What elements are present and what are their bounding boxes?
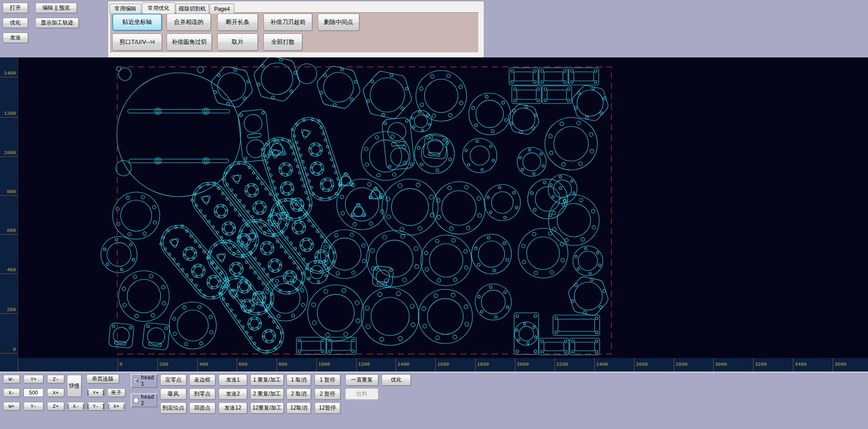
clamp-y-minus-button[interactable]: [ Y- ]: [87, 402, 104, 410]
to-position-button[interactable]: 到定位点: [160, 402, 186, 414]
cancel-1-button[interactable]: 1 取消: [286, 374, 311, 386]
ruler-tick: [435, 358, 436, 372]
walk-frame-button[interactable]: 走边框: [189, 374, 215, 386]
repeat-2-button[interactable]: 2 重复/加工: [250, 388, 284, 400]
ruler-tick: [0, 117, 18, 118]
ruler-tick: [0, 234, 18, 235]
clamp-button[interactable]: 夹子: [107, 388, 125, 397]
ruler-tick: [833, 358, 833, 372]
set-zero-button[interactable]: 定零点: [160, 374, 186, 386]
ruler-label-x-2800: 2800: [676, 362, 687, 367]
suction-button[interactable]: 吸风: [160, 388, 186, 400]
ruler-tick: [157, 358, 158, 372]
to-zero-button[interactable]: 到零点: [189, 388, 215, 400]
repeat-1-button[interactable]: 1 重复/加工: [250, 374, 284, 386]
compensate-fillet-overcut-button[interactable]: 补偿圆角过切: [167, 33, 212, 51]
send-12-button[interactable]: 发送12: [219, 402, 247, 414]
ruler-tick: [515, 358, 515, 372]
send-1-button[interactable]: 发送1: [219, 374, 247, 386]
ruler-tick: [0, 77, 18, 77]
cancel-2-button[interactable]: 2 取消: [286, 388, 311, 400]
head-2-radio-circle[interactable]: [134, 397, 138, 403]
home-button[interactable]: 回原点: [189, 402, 215, 414]
ruler-tick: [356, 358, 357, 372]
single-page-nesting-button[interactable]: 单页连版: [86, 374, 119, 383]
ruler-tick: [554, 358, 555, 372]
take-piece-button[interactable]: 取片: [217, 33, 258, 51]
ruler-label-y-1000: 1000: [4, 150, 16, 156]
optimize-bottom-button[interactable]: 优化: [382, 374, 411, 386]
y-plus-jog-button[interactable]: Y+: [24, 375, 43, 383]
ruler-tick: [0, 353, 18, 354]
machine-control-panel: [0, 372, 868, 429]
ruler-label-x-1400: 1400: [397, 362, 409, 367]
x-plus-jog-button[interactable]: X+: [47, 388, 64, 397]
ruler-label-y-600: 600: [7, 228, 16, 233]
explode-all-button[interactable]: 全部打散: [263, 33, 302, 51]
compensate-blade-lead-button[interactable]: 补偿刀刃超前: [263, 14, 312, 31]
app-window: 打开编辑 || 预览优化显示加工轨迹发送常用编辑常用优化模版切割机Page4贴近…: [0, 0, 868, 429]
w-minus-jog-button[interactable]: W-: [3, 375, 20, 383]
pause-12-button[interactable]: 12暂停: [315, 402, 340, 414]
jog-distance-input[interactable]: [24, 388, 43, 397]
ruler-tick: [316, 358, 317, 372]
ruler-label-x-600: 600: [238, 362, 248, 367]
speed-toggle-button[interactable]: 快慢: [67, 375, 81, 397]
open-button[interactable]: 打开: [3, 3, 28, 13]
ruler-label-x-2600: 2600: [636, 362, 648, 367]
z-minus-jog-button[interactable]: Z-: [47, 375, 64, 383]
head-1-radio[interactable]: head 1: [131, 374, 157, 388]
ruler-label-y-400: 400: [7, 267, 16, 273]
ruler-tick: [793, 358, 793, 372]
ruler-label-x-3600: 3600: [835, 362, 846, 367]
ruler-label-x-3400: 3400: [795, 362, 806, 367]
ruler-tick: [674, 358, 674, 372]
z-plus-jog-button[interactable]: Z+: [47, 402, 64, 410]
ruler-label-y-1400: 1400: [4, 71, 16, 76]
w-plus-jog-button[interactable]: W+: [3, 402, 20, 410]
x-minus-jog-button[interactable]: X-: [3, 388, 20, 397]
head-2-radio[interactable]: head 2: [131, 393, 157, 407]
head-1-radio-label: head 1: [141, 375, 157, 387]
always-repeat-button[interactable]: 一直重复: [345, 374, 378, 386]
tab-page4[interactable]: Page4: [210, 4, 234, 14]
merge-connected-button[interactable]: 合并相连的: [167, 14, 211, 31]
send-button[interactable]: 发送: [3, 33, 28, 43]
clamp-x-plus-button[interactable]: [ X+ ]: [107, 402, 125, 410]
cancel-12-button[interactable]: 12取消: [286, 402, 311, 414]
snap-axis-button[interactable]: 贴近坐标轴: [112, 14, 162, 31]
ruler-tick: [0, 195, 18, 196]
tab-template-cutter[interactable]: 模版切割机: [176, 4, 209, 14]
repeat-12-button[interactable]: 12重复/加工: [250, 402, 284, 414]
delete-midpoints-button[interactable]: 删除中间点: [318, 14, 359, 31]
pull-material-button: 拉料: [345, 388, 378, 400]
ruler-tick: [753, 358, 754, 372]
tab-common-edit[interactable]: 常用编辑: [110, 4, 141, 14]
ruler-tick: [237, 358, 237, 372]
ruler-tick: [0, 273, 18, 274]
break-long-button[interactable]: 断开长条: [217, 14, 258, 31]
ruler-label-x-2000: 2000: [517, 362, 529, 367]
cut-tuv-to-i-button[interactable]: 剪口T/U/V-->I: [112, 33, 162, 51]
edit-preview-button[interactable]: 编辑 || 预览: [35, 3, 77, 13]
show-toolpath-button[interactable]: 显示加工轨迹: [35, 18, 79, 28]
head-1-radio-circle[interactable]: [134, 378, 138, 384]
vertical-ruler-strip: 1400120010008006004002000: [0, 57, 18, 358]
pause-2-button[interactable]: 2 暂停: [315, 388, 340, 400]
ruler-label-x-2200: 2200: [556, 362, 568, 367]
clamp-x-minus-button[interactable]: [ X- ]: [67, 402, 85, 410]
ruler-tick: [594, 358, 595, 372]
ruler-label-y-200: 200: [7, 307, 16, 312]
ruler-tick: [475, 358, 476, 372]
ruler-label-y-0: 0: [13, 347, 16, 352]
clamp-y-plus-button[interactable]: [ Y+ ]: [87, 388, 104, 397]
ruler-label-x-3000: 3000: [715, 362, 727, 367]
optimize-button[interactable]: 优化: [3, 18, 28, 28]
pause-1-button[interactable]: 1 暂停: [315, 374, 340, 386]
send-2-button[interactable]: 发送2: [219, 388, 247, 400]
ruler-tick: [277, 358, 277, 372]
y-minus-jog-button[interactable]: Y-: [24, 402, 43, 410]
tab-common-optimize[interactable]: 常用优化: [142, 2, 175, 14]
ruler-label-x-400: 400: [199, 362, 208, 367]
cad-drawing: [0, 57, 868, 358]
